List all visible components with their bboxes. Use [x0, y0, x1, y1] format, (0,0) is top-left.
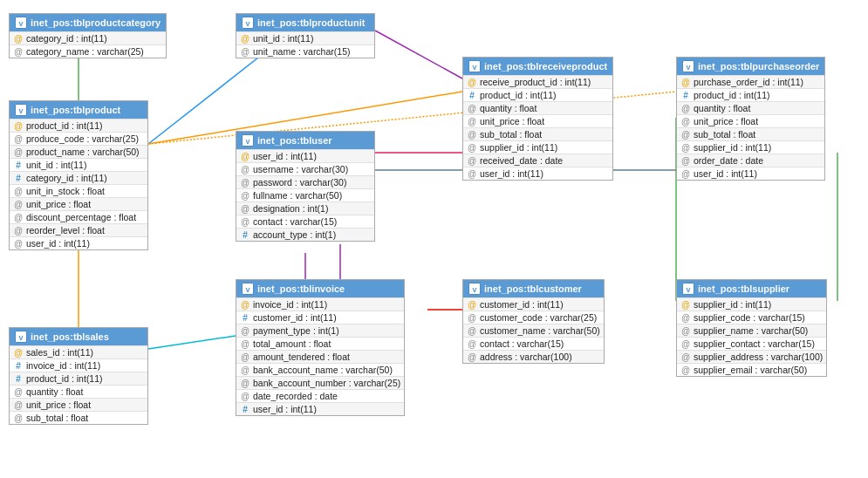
field-text: password : varchar(30): [253, 177, 346, 188]
field-icon: @: [13, 213, 24, 222]
field-row: @customer_id : int(11): [463, 297, 604, 311]
field-text: unit_id : int(11): [253, 33, 313, 44]
svg-line-2: [375, 31, 462, 79]
field-icon: @: [467, 78, 477, 87]
field-text: unit_price : float: [26, 199, 91, 209]
field-icon: @: [680, 365, 691, 375]
svg-line-11: [148, 336, 236, 349]
field-text: invoice_id : int(11): [253, 299, 327, 310]
field-text: discount_percentage : float: [26, 212, 136, 222]
field-row: @category_id : int(11): [10, 31, 166, 44]
field-text: supplier_name : varchar(50): [694, 325, 808, 336]
field-row: @product_name : varchar(50): [10, 145, 147, 158]
field-row: @user_id : int(11): [10, 236, 147, 249]
field-text: product_id : int(11): [26, 373, 103, 384]
field-row: @address : varchar(100): [463, 350, 604, 363]
field-row: @bank_account_name : varchar(50): [236, 363, 404, 376]
field-row: @supplier_address : varchar(100): [677, 350, 826, 363]
field-icon: @: [680, 169, 691, 179]
field-text: supplier_email : varchar(50): [694, 365, 807, 375]
table-tblinvoice: vinet_pos:tblinvoice@invoice_id : int(11…: [236, 279, 405, 416]
field-text: product_id : int(11): [480, 90, 557, 100]
table-title-tblproductcategory: inet_pos:tblproductcategory: [31, 17, 161, 28]
field-icon: @: [467, 104, 477, 113]
field-row: @password : varchar(30): [236, 175, 374, 188]
field-icon: @: [13, 147, 24, 157]
field-row: @category_name : varchar(25): [10, 44, 166, 58]
field-row: @contact : varchar(15): [463, 337, 604, 350]
table-icon-tblpurchaseorder: v: [682, 60, 694, 72]
field-icon: @: [240, 379, 250, 388]
field-row: @order_date : date: [677, 154, 824, 167]
field-icon: @: [467, 326, 477, 336]
table-icon-tbluser: v: [242, 134, 254, 147]
field-icon: #: [240, 230, 250, 240]
field-row: @unit_price : float: [463, 114, 612, 127]
field-text: user_id : int(11): [480, 168, 543, 179]
field-text: supplier_id : int(11): [694, 299, 771, 310]
field-text: product_id : int(11): [26, 120, 103, 131]
field-text: reorder_level : float: [26, 225, 105, 236]
field-row: @unit_id : int(11): [236, 31, 374, 44]
field-text: user_id : int(11): [694, 168, 757, 179]
field-text: payment_type : int(1): [253, 325, 339, 336]
field-text: quantity : float: [694, 103, 750, 113]
field-text: invoice_id : int(11): [26, 360, 100, 371]
field-row: @amount_tendered : float: [236, 350, 404, 363]
field-row: @supplier_id : int(11): [677, 297, 826, 311]
field-icon: #: [240, 405, 250, 414]
field-icon: @: [467, 352, 477, 362]
field-text: address : varchar(100): [480, 352, 572, 362]
field-row: #category_id : int(11): [10, 171, 147, 184]
field-text: supplier_address : varchar(100): [694, 352, 823, 362]
field-text: sub_total : float: [26, 413, 88, 423]
field-icon: @: [13, 400, 24, 410]
field-icon: @: [240, 165, 250, 174]
field-icon: #: [13, 160, 24, 170]
field-text: purchase_order_id : int(11): [694, 77, 803, 87]
field-row: @quantity : float: [10, 385, 147, 398]
field-icon: @: [13, 239, 24, 249]
table-tblsales: vinet_pos:tblsales@sales_id : int(11)#in…: [9, 327, 148, 425]
field-icon: @: [13, 187, 24, 196]
table-icon-tblreceiveproduct: v: [468, 60, 481, 72]
field-text: user_id : int(11): [253, 151, 317, 161]
field-text: account_type : int(1): [253, 229, 336, 240]
table-tblsupplier: vinet_pos:tblsupplier@supplier_id : int(…: [676, 279, 827, 377]
field-icon: @: [680, 300, 691, 310]
table-header-tbluser: vinet_pos:tbluser: [236, 132, 374, 149]
field-row: @unit_price : float: [10, 197, 147, 210]
field-text: supplier_code : varchar(15): [694, 312, 805, 323]
table-tblcustomer: vinet_pos:tblcustomer@customer_id : int(…: [462, 279, 605, 364]
field-text: produce_code : varchar(25): [26, 133, 139, 144]
field-text: category_name : varchar(25): [26, 46, 144, 57]
field-icon: @: [240, 392, 250, 401]
field-row: @discount_percentage : float: [10, 210, 147, 223]
field-text: unit_id : int(11): [26, 160, 86, 170]
field-icon: @: [13, 134, 24, 144]
field-icon: @: [467, 313, 477, 323]
field-icon: #: [13, 174, 24, 183]
field-row: #user_id : int(11): [236, 402, 404, 415]
field-text: unit_in_stock : float: [26, 186, 105, 196]
field-row: @reorder_level : float: [10, 223, 147, 236]
field-row: @supplier_contact : varchar(15): [677, 337, 826, 350]
table-header-tblinvoice: vinet_pos:tblinvoice: [236, 280, 404, 297]
table-title-tblinvoice: inet_pos:tblinvoice: [257, 283, 345, 294]
field-row: @sub_total : float: [677, 127, 824, 140]
field-row: @produce_code : varchar(25): [10, 132, 147, 145]
table-header-tblproductcategory: vinet_pos:tblproductcategory: [10, 14, 166, 31]
table-tblproduct: vinet_pos:tblproduct@product_id : int(11…: [9, 100, 148, 250]
table-header-tblproductunit: vinet_pos:tblproductunit: [236, 14, 374, 31]
field-row: @bank_account_number : varchar(25): [236, 376, 404, 389]
field-icon: #: [13, 361, 24, 371]
field-text: user_id : int(11): [26, 238, 90, 249]
field-icon: @: [13, 121, 24, 131]
field-text: sub_total : float: [480, 129, 542, 140]
field-text: unit_price : float: [26, 399, 91, 410]
field-text: date_recorded : date: [253, 391, 338, 401]
field-icon: @: [240, 339, 250, 349]
field-row: #product_id : int(11): [10, 372, 147, 385]
table-header-tblproduct: vinet_pos:tblproduct: [10, 101, 147, 119]
field-row: @purchase_order_id : int(11): [677, 75, 824, 88]
